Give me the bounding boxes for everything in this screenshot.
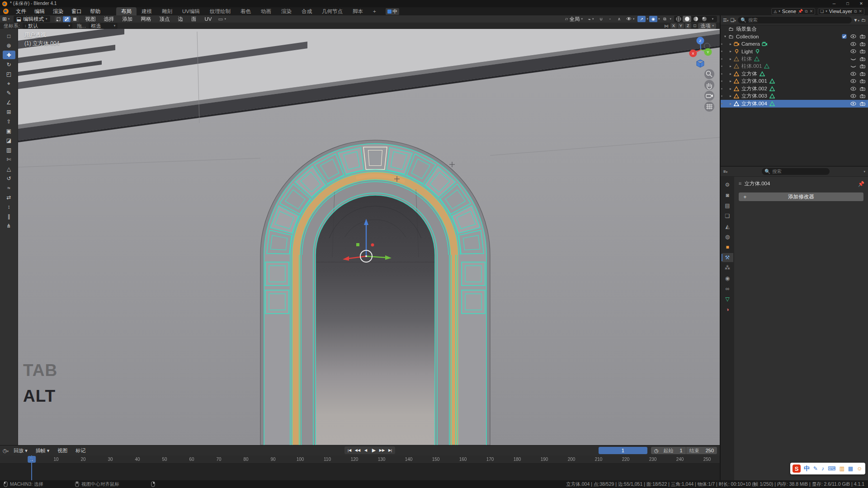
tab-object[interactable]: ■ (722, 243, 733, 252)
tab-output[interactable]: ▤ (722, 201, 733, 210)
eye-toggle[interactable] (850, 64, 856, 68)
select-box-tool[interactable]: □ (3, 32, 15, 40)
frame-end-field[interactable]: 250 (703, 448, 717, 453)
scene-selector[interactable]: ◬▾ Scene 📌 ⧉ ✕ (771, 8, 815, 15)
viewport-menu-视图[interactable]: 视图 (81, 15, 100, 23)
bevel-tool[interactable]: ◪ (3, 136, 15, 145)
expand-arrow-icon[interactable]: ▸ (728, 57, 733, 61)
current-frame-field[interactable]: 1 (599, 447, 647, 454)
jump-end-button[interactable]: ▶| (387, 447, 394, 454)
workspace-tab[interactable]: 渲染 (276, 7, 297, 15)
tab-tool[interactable]: ⚙ (722, 180, 733, 189)
viewport-menu-UV[interactable]: UV (201, 15, 216, 23)
outliner-row-立方体.001[interactable]: ▸ 立方体.001 (721, 78, 868, 85)
viewport-menu-边[interactable]: 边 (174, 15, 188, 23)
timeline-ruler[interactable]: 1020304050607080901001101201301401501601… (0, 455, 720, 464)
shear-tool[interactable]: ∥ (3, 212, 15, 221)
ime-emoji-icon[interactable]: ☺ (857, 465, 862, 472)
rendered-shading-button[interactable] (700, 16, 708, 22)
cursor-tool[interactable]: ⊕ (3, 41, 15, 50)
extrude-tool[interactable]: ⇧ (3, 117, 15, 126)
snap-target-dropdown[interactable]: ⌁▾ (586, 17, 596, 22)
workspace-tab[interactable]: UV编辑 (177, 7, 205, 15)
pin-icon[interactable]: 📌 (798, 9, 803, 14)
workspace-tab[interactable]: 雕刻 (157, 7, 177, 15)
expand-arrow-icon[interactable]: ▾ (722, 34, 728, 38)
coord-system-dropdown[interactable]: ⁝ 默认▾ (23, 23, 72, 29)
maximize-button[interactable]: □ (841, 0, 854, 7)
mirror-axis-x[interactable]: X (670, 23, 677, 28)
tab-render[interactable]: ◙ (722, 191, 733, 200)
blender-menu-button[interactable] (0, 9, 12, 14)
new-collection-button[interactable]: 🗀 (861, 18, 866, 23)
shrink-fatten-tool[interactable]: ↕ (3, 202, 15, 211)
outliner-row-collection[interactable]: ▾🗀Collection (721, 33, 868, 41)
tab-physics[interactable]: ◉ (722, 274, 733, 283)
edge-select-button[interactable] (63, 16, 71, 22)
workspace-tab[interactable]: 布局 (116, 7, 137, 15)
timeline-tracks[interactable] (0, 464, 720, 481)
eye-toggle[interactable] (850, 94, 856, 98)
rotate-tool[interactable]: ↻ (3, 60, 15, 69)
gizmo-plane-handle[interactable] (371, 244, 374, 247)
edge-slide-tool[interactable]: ⇄ (3, 193, 15, 202)
eye-toggle[interactable] (850, 42, 856, 46)
xray-toggle[interactable]: ⧉ (660, 16, 669, 22)
prev-keyframe-button[interactable]: ◀◀ (354, 447, 361, 454)
eye-toggle[interactable] (850, 79, 856, 83)
outliner-row-柱体.001[interactable]: ▸ 柱体.001 (721, 63, 868, 70)
ime-skin-icon[interactable]: ▥ (839, 465, 844, 472)
ime-keyboard-icon[interactable]: ⌨ (828, 465, 835, 472)
outliner-row-立方体.003[interactable]: ▸ 立方体.003 (721, 93, 868, 100)
gizmo-plane-handle[interactable] (356, 243, 359, 246)
camera-visibility-toggle[interactable] (860, 87, 865, 91)
outliner-row-立方体[interactable]: ▸ 立方体 (721, 70, 868, 78)
solid-shading-button[interactable] (683, 16, 691, 22)
eye-toggle[interactable] (850, 57, 856, 61)
camera-visibility-toggle[interactable] (860, 102, 865, 106)
timeline-editor-type-button[interactable]: ◷▾ (3, 448, 9, 454)
close-button[interactable]: ✕ (854, 0, 868, 7)
filter-funnel-dropdown[interactable]: ▼▾ (854, 18, 859, 23)
next-keyframe-button[interactable]: ▶▶ (378, 447, 386, 454)
tab-world[interactable]: ◍ (722, 232, 733, 241)
workspace-tab[interactable]: 建模 (137, 7, 157, 15)
menu-编辑[interactable]: 编辑 (30, 7, 49, 15)
camera-visibility-toggle[interactable] (860, 79, 865, 83)
zoom-button[interactable] (704, 69, 714, 79)
transform-orientation-dropdown[interactable]: ⌭ 全局▾ (563, 16, 585, 23)
ime-pen-icon[interactable]: ✎ (813, 465, 818, 472)
eye-toggle[interactable] (850, 49, 856, 53)
viewport-menu-网格[interactable]: 网格 (137, 15, 156, 23)
timeline-menu-回放[interactable]: 回放 ▾ (9, 446, 32, 455)
filter-id-dropdown[interactable]: ❏▾ (730, 18, 736, 23)
gizmos-toggle[interactable]: ↗ (637, 16, 646, 22)
unlink-icon[interactable]: ✕ (810, 9, 813, 14)
workspace-tab[interactable]: 合成 (297, 7, 317, 15)
overlays-toggle[interactable]: ◉ (649, 16, 657, 22)
menu-帮助[interactable]: 帮助 (86, 7, 104, 15)
display-mode-dropdown[interactable]: ☰▾ (723, 18, 728, 23)
workspace-tab[interactable]: 着色 (236, 7, 256, 15)
arch-mesh[interactable] (260, 140, 490, 445)
ime-toolbar[interactable]: S 中✎♪⌨▥▦☺ (790, 463, 865, 474)
mirror-axis-y[interactable]: Y (678, 23, 684, 28)
tab-object-data[interactable]: ▽ (722, 295, 733, 304)
editor-type-button[interactable]: ⊞▾ (0, 15, 12, 23)
shading-options-dropdown[interactable]: ▾ (708, 16, 717, 22)
menu-文件[interactable]: 文件 (12, 7, 30, 15)
eye-toggle[interactable] (850, 34, 856, 38)
camera-visibility-toggle[interactable] (860, 34, 865, 38)
zoom-cube-icon[interactable] (697, 60, 704, 67)
eye-toggle[interactable] (850, 87, 856, 91)
proportional-edit-toggle[interactable]: ◦ (606, 16, 614, 22)
add-workspace-button[interactable]: + (368, 7, 381, 15)
tool-fallback-dropdown[interactable]: ▭▾ (216, 15, 228, 23)
camera-visibility-toggle[interactable] (860, 64, 865, 68)
annotate-tool[interactable]: ✎ (3, 89, 15, 97)
sogou-logo-icon[interactable]: S (793, 465, 801, 473)
wireframe-shading-button[interactable] (674, 16, 683, 22)
expand-arrow-icon[interactable]: ▸ (728, 72, 733, 76)
knife-tool[interactable]: ✄ (3, 155, 15, 164)
pin-icon[interactable]: 📌 (858, 181, 864, 187)
